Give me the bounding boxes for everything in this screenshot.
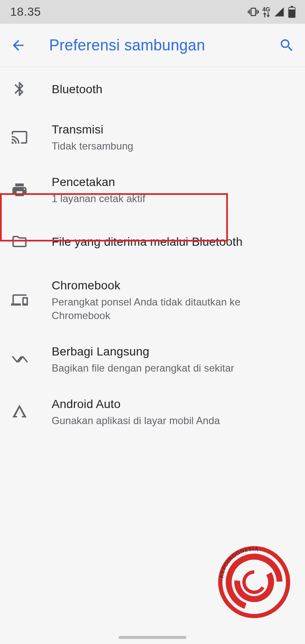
item-chromebook[interactable]: Chromebook Perangkat ponsel Anda tidak d… bbox=[0, 267, 305, 333]
status-icons-right: 4G bbox=[248, 6, 296, 18]
item-bluetooth[interactable]: Bluetooth bbox=[0, 67, 305, 111]
print-icon bbox=[11, 181, 35, 198]
arrow-back-icon bbox=[10, 37, 26, 53]
svg-rect-0 bbox=[289, 8, 295, 9]
item-title: Transmisi bbox=[52, 122, 295, 137]
item-android-auto[interactable]: Android Auto Gunakan aplikasi di layar m… bbox=[0, 386, 305, 438]
item-title: Chromebook bbox=[52, 278, 295, 293]
item-subtitle: Perangkat ponsel Anda tidak ditautkan ke… bbox=[52, 295, 295, 322]
item-title: Bluetooth bbox=[52, 82, 295, 97]
item-bluetooth-files[interactable]: File yang diterima melalui Bluetooth bbox=[0, 216, 305, 267]
search-icon bbox=[279, 37, 295, 53]
android-auto-icon bbox=[11, 403, 35, 420]
watermark: KEPOINDONESIA bbox=[216, 544, 292, 620]
item-title: File yang diterima melalui Bluetooth bbox=[52, 234, 295, 249]
search-button[interactable] bbox=[274, 37, 295, 53]
item-title: Android Auto bbox=[52, 397, 295, 411]
battery-icon bbox=[288, 6, 296, 18]
item-title: Pencetakan bbox=[52, 175, 295, 189]
cast-icon bbox=[11, 129, 35, 146]
item-nearby-share[interactable]: Berbagi Langsung Bagikan file dengan per… bbox=[0, 333, 305, 386]
status-bar: 18.35 4G bbox=[0, 0, 305, 24]
item-subtitle: Bagikan file dengan perangkat di sekitar bbox=[52, 361, 295, 375]
settings-list: Bluetooth Transmisi Tidak tersambung Pen… bbox=[0, 67, 305, 438]
status-time: 18.35 bbox=[10, 5, 41, 19]
app-bar: Preferensi sambungan bbox=[0, 24, 305, 67]
item-title: Berbagi Langsung bbox=[52, 344, 295, 359]
item-subtitle: 1 layanan cetak aktif bbox=[52, 192, 295, 205]
item-cast[interactable]: Transmisi Tidak tersambung bbox=[0, 111, 305, 164]
page-title: Preferensi sambungan bbox=[49, 36, 274, 54]
navigation-pill[interactable] bbox=[119, 636, 186, 639]
network-type-label: 4G bbox=[262, 6, 270, 12]
folder-icon bbox=[11, 233, 35, 250]
devices-icon bbox=[11, 291, 35, 308]
svg-point-4 bbox=[240, 568, 268, 596]
item-subtitle: Tidak tersambung bbox=[52, 139, 295, 153]
item-printing[interactable]: Pencetakan 1 layanan cetak aktif bbox=[0, 164, 305, 216]
signal-icon bbox=[274, 6, 285, 17]
data-arrows-icon bbox=[263, 12, 270, 17]
vibrate-icon bbox=[248, 6, 259, 17]
nearby-share-icon bbox=[11, 353, 35, 365]
item-subtitle: Gunakan aplikasi di layar mobil Anda bbox=[52, 414, 295, 427]
back-button[interactable] bbox=[10, 37, 30, 53]
bluetooth-icon bbox=[11, 80, 35, 97]
